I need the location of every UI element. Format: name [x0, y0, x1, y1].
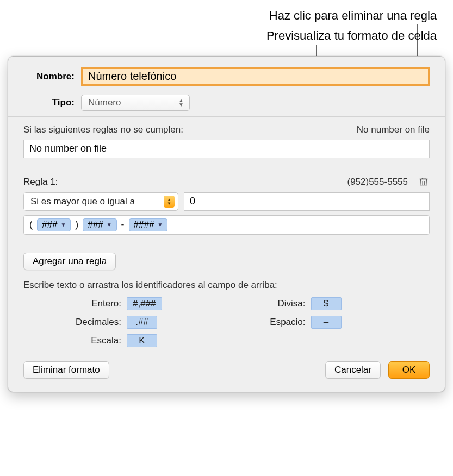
no-match-preview: No number on file: [357, 124, 430, 135]
condition-select[interactable]: Si es mayor que o igual a ▲▼: [23, 192, 178, 211]
format-token[interactable]: #### ▼: [129, 218, 168, 231]
chevron-down-icon: ▼: [157, 222, 163, 228]
type-select-value: Número: [88, 97, 121, 108]
callout-area: Haz clic para eliminar una regla Previsu…: [0, 0, 453, 46]
add-rule-button[interactable]: Agregar una regla: [23, 253, 116, 270]
type-label: Tipo:: [23, 97, 81, 108]
chevron-updown-icon: ▲▼: [164, 196, 175, 208]
threshold-field[interactable]: [184, 192, 430, 211]
format-token[interactable]: ### ▼: [37, 218, 71, 231]
condition-value: Si es mayor que o igual a: [30, 196, 135, 207]
id-label-escala: Escala:: [61, 335, 121, 346]
format-token[interactable]: ### ▼: [83, 218, 116, 231]
chevron-down-icon: ▼: [60, 222, 66, 228]
rule-label: Regla 1:: [23, 177, 58, 187]
id-token-espacio[interactable]: –: [311, 316, 342, 329]
callout-preview-format: Previsualiza tu formato de celda: [16, 26, 437, 46]
chevron-updown-icon: ▲▼: [177, 98, 185, 107]
no-match-heading: Si las siguientes reglas no se cumplen:: [23, 124, 183, 135]
id-label-espacio: Espacio:: [246, 317, 306, 328]
custom-format-dialog: Nombre: Tipo: Número ▲▼ Si las siguiente…: [8, 56, 445, 392]
rule-preview: (952)555-5555: [347, 177, 408, 187]
name-label: Nombre:: [23, 71, 81, 82]
format-pattern-field[interactable]: ( ### ▼ ) ### ▼ - #### ▼: [23, 215, 430, 235]
identifiers-hint: Escribe texto o arrastra los identificad…: [23, 280, 430, 291]
id-label-entero: Entero:: [61, 298, 121, 309]
id-token-decimales[interactable]: .##: [127, 316, 157, 329]
id-token-divisa[interactable]: $: [311, 297, 342, 310]
trash-icon[interactable]: [418, 176, 430, 188]
delete-format-button[interactable]: Eliminar formato: [23, 361, 109, 379]
callout-delete-rule: Haz clic para eliminar una regla: [16, 5, 437, 26]
type-select[interactable]: Número ▲▼: [81, 95, 190, 111]
format-text-open: (: [28, 219, 34, 230]
id-token-entero[interactable]: #,###: [127, 297, 162, 310]
format-text-close: ): [74, 219, 79, 230]
no-match-field[interactable]: [23, 140, 430, 158]
name-field[interactable]: [81, 67, 430, 86]
identifiers-grid: Entero: #,### Divisa: $ Decimales: .## E…: [23, 297, 430, 347]
id-label-divisa: Divisa:: [246, 298, 306, 309]
cancel-button[interactable]: Cancelar: [325, 361, 381, 379]
id-token-escala[interactable]: K: [127, 334, 157, 347]
id-label-decimales: Decimales:: [61, 317, 121, 328]
format-text-dash: -: [120, 219, 126, 230]
chevron-down-icon: ▼: [107, 222, 112, 228]
ok-button[interactable]: OK: [388, 361, 430, 379]
